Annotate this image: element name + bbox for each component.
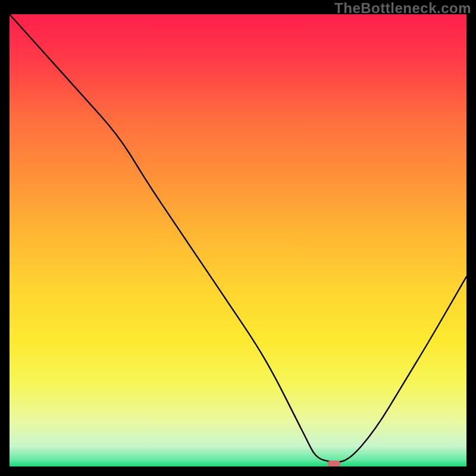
chart-svg	[10, 14, 466, 466]
plot-area	[10, 14, 466, 466]
chart-container: TheBottleneck.com	[0, 0, 476, 476]
optimal-marker	[328, 461, 341, 466]
gradient-background	[10, 14, 466, 466]
